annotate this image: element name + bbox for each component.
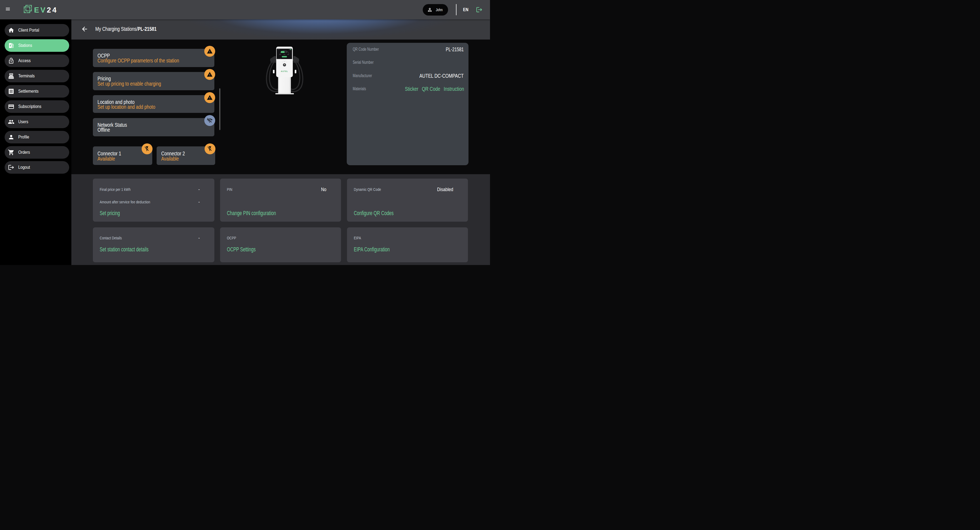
- svg-text:AUTEL: AUTEL: [281, 70, 288, 72]
